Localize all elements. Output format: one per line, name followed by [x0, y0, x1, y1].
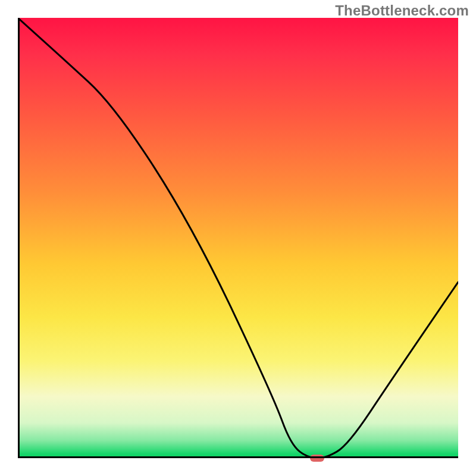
- chart-curve-layer: [18, 18, 458, 458]
- chart-plot-area: [18, 18, 458, 458]
- chart-dip-marker: [310, 455, 324, 462]
- watermark-text: TheBottleneck.com: [335, 2, 469, 19]
- chart-curve: [18, 18, 458, 458]
